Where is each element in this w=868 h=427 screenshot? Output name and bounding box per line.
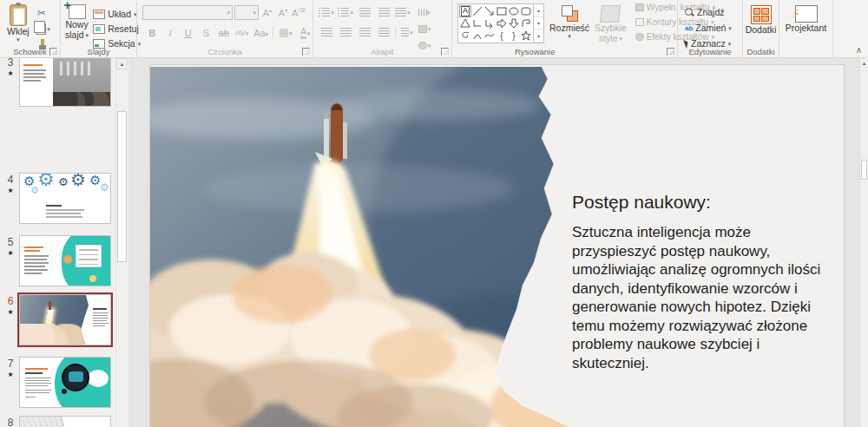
gallery-down-button[interactable]: ▾ bbox=[534, 17, 543, 30]
font-dialog-launcher[interactable]: ◿ bbox=[302, 48, 310, 56]
designer-button[interactable]: Projektant bbox=[779, 0, 832, 33]
italic-button[interactable]: I bbox=[164, 28, 177, 38]
cut-button[interactable]: ✂ bbox=[35, 6, 49, 20]
find-button[interactable]: Znajdź bbox=[685, 5, 742, 19]
increase-indent-button[interactable] bbox=[376, 5, 391, 19]
elbow-arrow-connector-shape[interactable] bbox=[483, 17, 496, 30]
arrange-button[interactable]: Rozmieść ▾ bbox=[549, 0, 589, 43]
rectangle-shape[interactable] bbox=[496, 5, 508, 17]
paste-button[interactable]: Wklej ▾ bbox=[7, 4, 30, 51]
rocket-launch-photo[interactable] bbox=[150, 67, 575, 427]
text-shadow-button[interactable]: S bbox=[200, 28, 213, 38]
chevron-down-icon: ▾ bbox=[266, 31, 269, 37]
down-arrow-shape[interactable] bbox=[508, 17, 520, 30]
collapse-ribbon-button[interactable]: ∧ bbox=[856, 45, 862, 55]
arrow-shape[interactable] bbox=[483, 5, 496, 17]
bullets-button[interactable]: ▾ bbox=[319, 5, 334, 19]
line-spacing-button[interactable]: ▾ bbox=[395, 5, 411, 19]
bold-button[interactable]: B bbox=[146, 28, 159, 38]
numbering-icon bbox=[341, 8, 349, 16]
strikethrough-button[interactable]: ab bbox=[218, 28, 231, 38]
reset-icon bbox=[93, 24, 105, 34]
oval-shape[interactable] bbox=[508, 5, 520, 17]
new-slide-button[interactable]: Nowy slajd▾ bbox=[65, 4, 89, 50]
font-color-button[interactable]: A▾ bbox=[299, 26, 312, 40]
change-case-button[interactable]: Aa▾ bbox=[253, 28, 267, 38]
slide-number: 4 bbox=[4, 174, 16, 186]
drawing-dialog-launcher[interactable]: ◿ bbox=[667, 48, 674, 56]
character-spacing-button[interactable]: AV▾ bbox=[235, 29, 248, 37]
slide-number: 8 bbox=[4, 417, 16, 427]
shrink-font-button[interactable]: A▾ bbox=[276, 7, 290, 18]
highlight-button[interactable]: ▾ bbox=[279, 26, 293, 40]
font-name-combo[interactable]: ▾ bbox=[142, 5, 233, 20]
triangle-shape[interactable] bbox=[459, 17, 471, 30]
slide-5-thumbnail[interactable] bbox=[19, 235, 111, 286]
addins-label: Dodatki bbox=[746, 24, 777, 35]
font-group-label: Czcionka bbox=[137, 47, 312, 56]
slide-title[interactable]: Postęp naukowy: bbox=[572, 192, 838, 213]
panel-scrollbar-thumb[interactable] bbox=[117, 111, 127, 262]
align-right-button[interactable] bbox=[357, 25, 372, 39]
rounded-rectangle-shape[interactable] bbox=[520, 5, 532, 17]
slide-body-text[interactable]: Sztuczna inteligencja może przyspieszyć … bbox=[572, 223, 838, 373]
panel-scroll-up-button[interactable]: ▴ bbox=[116, 58, 128, 69]
right-brace-shape[interactable]: } bbox=[508, 30, 520, 42]
slide-text-block[interactable]: Postęp naukowy: Sztuczna inteligencja mo… bbox=[572, 192, 838, 373]
gallery-up-button[interactable]: ▴ bbox=[534, 4, 543, 17]
slide-7-thumbnail[interactable] bbox=[19, 357, 111, 408]
gear-icon: ⚙ bbox=[70, 173, 86, 188]
group-slides: Nowy slajd▾ Układ▾ Resetuj Sekcja▾ Slajd… bbox=[61, 0, 137, 57]
search-icon bbox=[685, 8, 694, 17]
paragraph-group-label: Akapit bbox=[313, 47, 451, 56]
font-color-icon: A bbox=[300, 28, 306, 39]
main-scroll-up-button[interactable]: ▴ bbox=[860, 58, 868, 69]
clear-formatting-button[interactable]: A⌫ bbox=[292, 7, 306, 18]
quick-styles-button[interactable]: Szybkie style▾ bbox=[595, 0, 627, 43]
right-arrow-shape[interactable] bbox=[496, 17, 508, 30]
designer-label: Projektant bbox=[786, 23, 826, 33]
text-direction-button[interactable]: ▾ bbox=[417, 5, 432, 19]
grow-font-button[interactable]: A▴ bbox=[260, 7, 274, 18]
justify-button[interactable] bbox=[376, 25, 391, 39]
slide-8-thumbnail[interactable] bbox=[19, 416, 111, 427]
align-center-button[interactable] bbox=[338, 25, 353, 39]
main-scrollbar-thumb[interactable] bbox=[861, 160, 867, 180]
layout-label: Układ bbox=[108, 9, 131, 19]
flowchart-shape[interactable] bbox=[520, 17, 532, 30]
layout-button[interactable]: Układ▾ bbox=[93, 7, 141, 21]
textbox-shape[interactable]: A bbox=[459, 5, 471, 17]
line-shape[interactable] bbox=[471, 5, 483, 17]
align-text-button[interactable]: ▾ bbox=[417, 22, 432, 36]
left-brace-shape[interactable]: { bbox=[496, 30, 508, 42]
curve-shape[interactable] bbox=[483, 30, 496, 42]
replace-button[interactable]: abZamień▾ bbox=[685, 21, 742, 35]
elbow-connector-shape[interactable] bbox=[471, 17, 483, 30]
align-left-button[interactable] bbox=[319, 25, 334, 39]
arc-shape[interactable] bbox=[471, 30, 483, 42]
copy-button[interactable]: ▾ bbox=[35, 22, 50, 36]
group-addins: Dodatki Dodatki bbox=[743, 0, 779, 57]
slide-3-thumbnail[interactable] bbox=[19, 58, 111, 107]
paragraph-dialog-launcher[interactable]: ◿ bbox=[441, 48, 449, 56]
reset-button[interactable]: Resetuj bbox=[93, 22, 141, 36]
chevron-down-icon: ▾ bbox=[410, 30, 413, 36]
slide-4-thumbnail[interactable]: ⚙ ⚙ ⚙ ⚙ ⚙ ⚙ ⚙ bbox=[19, 173, 111, 224]
gallery-more-button[interactable]: ▾ bbox=[534, 30, 543, 43]
star-shape[interactable] bbox=[520, 30, 532, 42]
align-center-icon bbox=[340, 28, 352, 36]
addins-button[interactable]: Dodatki bbox=[743, 0, 779, 35]
align-text-icon bbox=[418, 25, 427, 33]
numbering-button[interactable]: ▾ bbox=[338, 5, 353, 19]
font-size-combo[interactable]: ▾ bbox=[234, 5, 259, 20]
chevron-down-icon: ▾ bbox=[289, 30, 293, 36]
gear-icon: ⚙ bbox=[30, 186, 39, 195]
underline-button[interactable]: U bbox=[181, 28, 194, 38]
decrease-indent-button[interactable] bbox=[357, 5, 372, 19]
slide-6-thumbnail-selected[interactable] bbox=[19, 294, 111, 345]
group-paragraph: ▾ ▾ ▾ ▾ ▾ bbox=[313, 0, 452, 57]
slide-number-selected: 6 bbox=[4, 295, 16, 307]
clipboard-dialog-launcher[interactable]: ◿ bbox=[49, 48, 57, 56]
columns-button[interactable]: ▾ bbox=[399, 25, 415, 39]
scribble-shape[interactable] bbox=[459, 30, 471, 42]
